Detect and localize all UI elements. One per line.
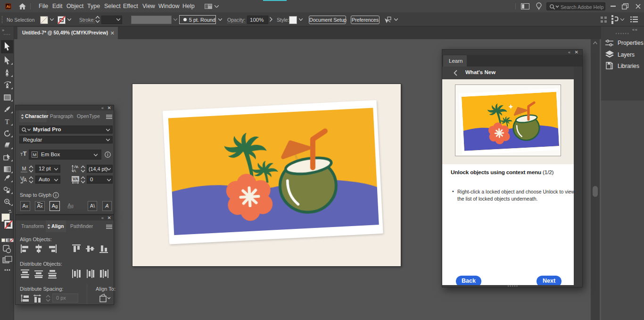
svg-text:A: A [24, 177, 27, 183]
svg-text:T: T [5, 118, 9, 125]
svg-text:A: A [76, 165, 79, 169]
